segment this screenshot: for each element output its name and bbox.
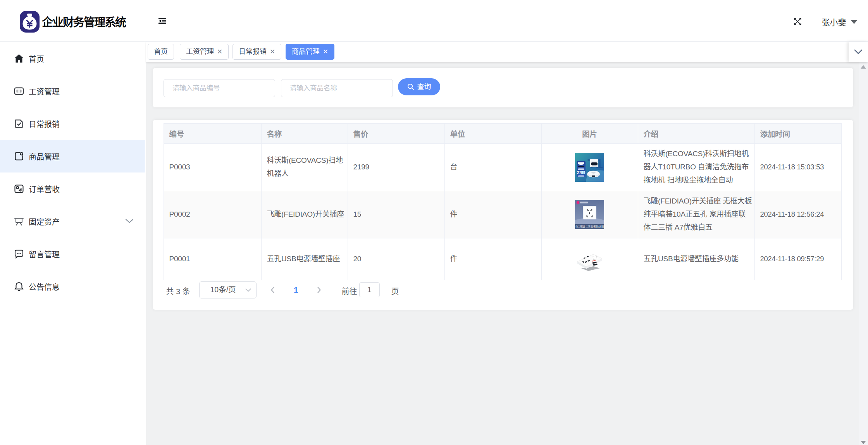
svg-text:2799: 2799 xyxy=(577,170,586,174)
svg-text:电工甄选 二三极/五孔/方插: 电工甄选 二三极/五孔/方插 xyxy=(575,225,604,228)
